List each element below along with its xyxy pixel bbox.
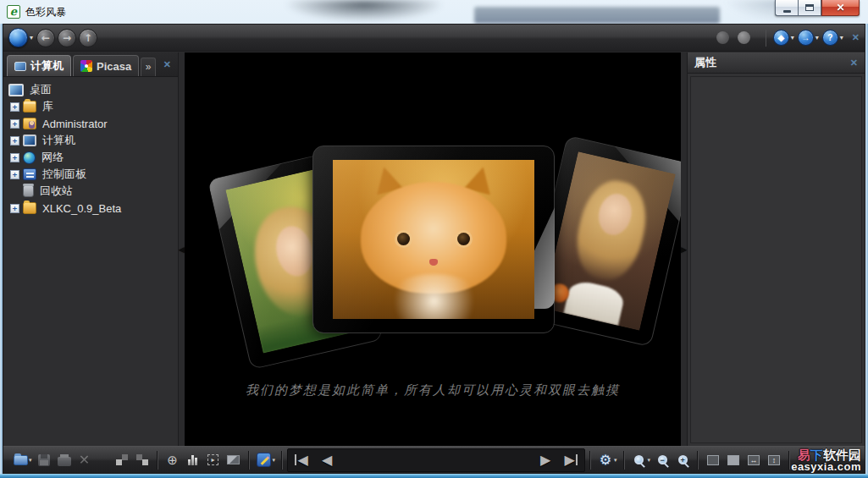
previous-image-button[interactable]: ◀: [314, 449, 340, 471]
arrow-right-icon: →: [801, 33, 810, 42]
home-orb-button[interactable]: [8, 28, 28, 47]
tab-label: 计算机: [30, 58, 64, 74]
chevron-down-icon[interactable]: ▾: [815, 34, 819, 41]
rotate-right-icon: [136, 454, 148, 465]
zoom-tool-button[interactable]: [629, 450, 650, 470]
tab-picasa[interactable]: Picasa: [73, 55, 139, 76]
control-panel-icon: [23, 168, 36, 180]
chevron-down-icon[interactable]: ▾: [791, 34, 794, 41]
navigation-strip: ◀ ◀ ▶ ▶: [287, 448, 585, 472]
next-image-button[interactable]: ▶: [533, 449, 558, 471]
kitten-nose: [429, 259, 438, 266]
tree-item-computer[interactable]: + 计算机: [8, 132, 178, 149]
fit-screen-button[interactable]: [703, 450, 723, 470]
back-button[interactable]: ←: [36, 29, 55, 47]
tree-item-administrator[interactable]: + Administrator: [8, 115, 178, 132]
magnifier-icon: [634, 455, 644, 464]
fit-width-button[interactable]: ↔: [744, 450, 764, 470]
close-button[interactable]: ✕: [821, 0, 860, 16]
window-border: [0, 24, 3, 478]
select-button[interactable]: ▸: [203, 450, 224, 470]
zoom-out-button[interactable]: −: [652, 450, 672, 470]
pan-button[interactable]: ⊕: [163, 450, 183, 470]
user-folder-icon: [23, 118, 36, 129]
tab-label: Picasa: [97, 60, 131, 73]
star-icon: ◆: [777, 33, 784, 42]
collapse-right-panel-strip[interactable]: ▶: [681, 52, 687, 446]
rotate-left-button[interactable]: [112, 450, 132, 470]
first-icon: ◀: [297, 452, 307, 468]
chevron-down-icon[interactable]: ▾: [30, 34, 33, 41]
gear-icon: ⚙: [600, 452, 611, 468]
panel-tab-bar: 计算机 Picasa » ✕: [3, 52, 178, 77]
properties-header: 属性 ✕: [688, 52, 865, 74]
expand-icon[interactable]: +: [10, 136, 19, 146]
separator: [697, 451, 699, 470]
fit-width-icon: ↔: [748, 455, 760, 465]
rotate-left-icon: [116, 454, 128, 465]
top-toolbar-right: ◆ ▾ → ▾ ? ▾ ✕: [716, 30, 860, 47]
forward-button[interactable]: →: [58, 29, 76, 47]
libraries-icon: [23, 101, 36, 113]
properties-body: [690, 76, 862, 443]
open-button[interactable]: [10, 450, 30, 470]
go-button[interactable]: →: [798, 30, 814, 46]
fit-screen-icon: [707, 455, 719, 465]
print-icon: [58, 457, 71, 466]
tree-item-recycle-bin[interactable]: 回收站: [8, 183, 178, 200]
navigation-panel: 计算机 Picasa » ✕ 桌面 +: [3, 52, 179, 446]
watermark-line2: easyxia.com: [791, 461, 861, 472]
separator: [589, 451, 591, 470]
delete-button[interactable]: ✕: [75, 450, 95, 470]
edit-button[interactable]: [254, 450, 274, 470]
expand-icon[interactable]: +: [10, 170, 19, 179]
fit-height-button[interactable]: ↕: [764, 450, 784, 470]
panel-close-icon[interactable]: ✕: [850, 58, 858, 69]
tree-item-desktop[interactable]: 桌面: [8, 81, 178, 98]
inactive-dot-button[interactable]: [716, 31, 729, 44]
zoom-in-button[interactable]: +: [672, 450, 693, 470]
orange-kitten-photo: [333, 160, 534, 319]
crop-button[interactable]: [224, 450, 244, 470]
actual-size-button[interactable]: [723, 450, 744, 470]
maximize-button[interactable]: [798, 0, 821, 16]
minimize-icon: [783, 10, 791, 13]
toolbar-close-icon[interactable]: ✕: [852, 32, 860, 43]
tree-item-network[interactable]: + 网络: [8, 149, 178, 166]
inactive-dot-button[interactable]: [738, 31, 750, 44]
up-button[interactable]: ↑: [79, 29, 97, 47]
settings-button[interactable]: ⚙: [595, 450, 616, 470]
help-button[interactable]: ?: [822, 30, 838, 46]
collapse-left-panel-strip[interactable]: ◀: [179, 52, 185, 446]
question-icon: ?: [827, 33, 832, 42]
favorites-button[interactable]: ◆: [773, 30, 789, 46]
bottom-toolbar: ▾ ✕ ⊕ ▸ ▾ ◀ ◀ ▶ ▶ ⚙ ▾: [3, 446, 865, 473]
tree-item-xlkc-folder[interactable]: + XLKC_0.9_Beta: [8, 200, 178, 217]
first-image-button[interactable]: ◀: [289, 449, 314, 471]
expand-icon[interactable]: +: [10, 102, 19, 112]
print-button[interactable]: [54, 450, 75, 470]
tree-item-control-panel[interactable]: + 控制面板: [8, 166, 178, 183]
app-window: e 色彩风暴 ✕ ▾ ← → ↑ ◆ ▾ → ▾ ? ▾: [0, 0, 868, 478]
folder-icon: [23, 202, 36, 214]
tab-computer[interactable]: 计算机: [7, 55, 71, 76]
minimize-button[interactable]: [775, 0, 798, 16]
expand-icon[interactable]: +: [10, 204, 19, 213]
panel-close-icon[interactable]: ✕: [163, 59, 174, 70]
expand-icon[interactable]: +: [10, 153, 19, 162]
picasa-icon: [80, 60, 92, 72]
last-image-button[interactable]: ▶: [558, 449, 583, 471]
selection-icon: ▸: [207, 454, 218, 465]
rotate-right-button[interactable]: [132, 450, 152, 470]
histogram-icon: [188, 455, 197, 465]
last-icon: ▶: [564, 452, 574, 468]
tab-overflow-button[interactable]: »: [141, 58, 156, 76]
delete-icon: ✕: [79, 452, 90, 468]
chevron-down-icon[interactable]: ▾: [840, 34, 843, 41]
save-button[interactable]: [34, 450, 54, 470]
histogram-button[interactable]: [183, 450, 203, 470]
tree-item-libraries[interactable]: + 库: [8, 98, 178, 115]
fit-height-icon: ↕: [768, 455, 780, 465]
expand-icon[interactable]: +: [10, 119, 19, 129]
save-icon: [38, 454, 50, 466]
